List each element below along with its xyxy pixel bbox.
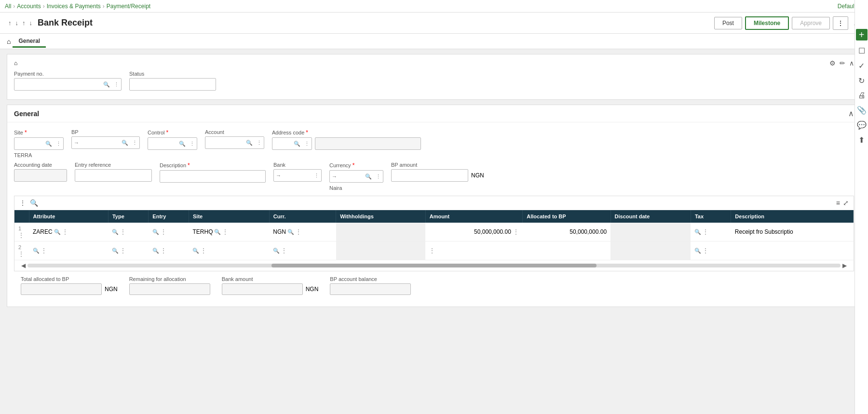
row-1-tax-dots[interactable]: ⋮ [703, 228, 708, 235]
control-label: Control * [148, 129, 197, 136]
sidebar-checkbox-icon[interactable]: ☐ [858, 46, 865, 55]
milestone-button[interactable]: Milestone [745, 16, 789, 30]
row-2-entry-dots[interactable]: ⋮ [161, 247, 166, 254]
bp-search-icon[interactable]: 🔍 [120, 139, 130, 147]
accounting-date-input[interactable]: 15/06/23 [14, 169, 67, 182]
description-input[interactable]: Receipt fro Subscription [160, 170, 266, 183]
table-stack-button[interactable]: ≡ [836, 199, 840, 207]
breadcrumb-accounts[interactable]: Accounts [17, 3, 41, 10]
bp-more-icon[interactable]: ⋮ [130, 139, 139, 147]
row-1-type-search[interactable]: 🔍 [112, 229, 119, 235]
sidebar-upload-icon[interactable]: ⬆ [858, 135, 865, 145]
description-group: Description * Receipt fro Subscription [160, 162, 266, 183]
row-1-attr-search[interactable]: 🔍 [54, 229, 61, 235]
row-2-curr-search[interactable]: 🔍 [273, 248, 280, 254]
address-code-input[interactable]: 1 [272, 139, 292, 148]
row-1-tax-search[interactable]: 🔍 [694, 229, 701, 235]
row-1-entry-search[interactable]: 🔍 [152, 229, 159, 235]
row-2-attr-dots[interactable]: ⋮ [41, 247, 47, 254]
payment-no-search-icon[interactable]: 🔍 [101, 80, 112, 89]
currency-search-icon[interactable]: 🔍 [363, 173, 374, 181]
row-2-dots[interactable]: ⋮ [18, 251, 24, 257]
bank-more-icon[interactable]: ⋮ [312, 172, 321, 180]
section-collapse-button[interactable]: ∧ [848, 109, 854, 118]
sidebar-print-icon[interactable]: 🖨 [858, 91, 866, 100]
scroll-bar-area: ◀ ▶ [14, 260, 854, 271]
scroll-right-button[interactable]: ▶ [841, 262, 849, 269]
row-2-attr-search[interactable]: 🔍 [33, 248, 40, 254]
row-2-curr: 🔍 ⋮ [269, 241, 336, 260]
control-more-icon[interactable]: ⋮ [188, 140, 197, 148]
row-2-type-search[interactable]: 🔍 [112, 248, 119, 254]
home-icon[interactable]: ⌂ [14, 60, 17, 67]
breadcrumb-invoices-payments[interactable]: Invoices & Payments [47, 3, 101, 10]
row-1-entry-dots[interactable]: ⋮ [161, 228, 166, 235]
sidebar-add-button[interactable]: + [856, 29, 868, 40]
account-search-icon[interactable]: 🔍 [244, 139, 255, 147]
row-1-site-dots[interactable]: ⋮ [222, 228, 228, 235]
row-2-curr-dots[interactable]: ⋮ [281, 247, 287, 254]
control-input[interactable]: DEF [148, 139, 177, 148]
scroll-track[interactable] [27, 264, 841, 267]
entry-ref-input[interactable] [75, 169, 152, 182]
nav-up-button[interactable]: ↑ [7, 18, 13, 27]
row-1-curr-search[interactable]: 🔍 [287, 229, 294, 235]
row-1-attr-dots[interactable]: ⋮ [62, 228, 68, 235]
payment-no-more-icon[interactable]: ⋮ [112, 80, 121, 89]
account-input[interactable]: 305000 [205, 138, 244, 147]
table-search-button[interactable]: 🔍 [30, 199, 38, 207]
bank-input[interactable]: 3030 [283, 171, 312, 180]
scroll-left-button[interactable]: ◀ [19, 262, 27, 269]
row-2-amount-dots[interactable]: ⋮ [429, 247, 435, 254]
approve-button[interactable]: Approve [792, 17, 830, 29]
address-code-more-icon[interactable]: ⋮ [302, 140, 312, 148]
post-button[interactable]: Post [714, 17, 742, 29]
row-1-site-search[interactable]: 🔍 [214, 229, 221, 235]
control-search-icon[interactable]: 🔍 [177, 140, 188, 148]
status-input[interactable]: In the bank [129, 78, 216, 91]
bp-input[interactable]: PS0006 [81, 138, 120, 147]
remaining-input [129, 283, 210, 295]
currency-input[interactable]: NGN [339, 172, 363, 181]
row-2-tax-search[interactable]: 🔍 [694, 248, 701, 254]
site-more-icon[interactable]: ⋮ [54, 140, 63, 148]
edit-tool-button[interactable]: ✏ [840, 59, 845, 67]
breadcrumb-all[interactable]: All [5, 3, 11, 10]
account-more-icon[interactable]: ⋮ [255, 139, 264, 147]
row-2-site-search[interactable]: 🔍 [192, 248, 199, 254]
table-expand-button[interactable]: ⤢ [843, 199, 849, 207]
nav-down-button[interactable]: ↓ [14, 18, 20, 27]
row-2-entry-search[interactable]: 🔍 [152, 248, 159, 254]
row-1-curr-dots[interactable]: ⋮ [296, 228, 301, 235]
home-tab-icon[interactable]: ⌂ [7, 38, 11, 45]
general-section: General ∧ Site * TERHQ 🔍 ⋮ TERRA BP [7, 105, 861, 307]
row-2-type-dots[interactable]: ⋮ [120, 247, 126, 254]
site-input[interactable]: TERHQ [14, 139, 43, 148]
scroll-thumb[interactable] [271, 264, 597, 267]
collapse-tool-button[interactable]: ∧ [849, 59, 854, 67]
tab-general[interactable]: General [13, 35, 46, 48]
currency-more-icon[interactable]: ⋮ [374, 173, 383, 181]
row-2-site-dots[interactable]: ⋮ [201, 247, 206, 254]
payment-no-group: Payment no. BKREC2306TERHQ000003 🔍 ⋮ [14, 71, 122, 91]
nav-sort-desc-button[interactable]: ↓ [28, 18, 34, 27]
payment-no-input[interactable]: BKREC2306TERHQ000003 [14, 80, 101, 89]
sidebar-refresh-icon[interactable]: ↻ [858, 76, 865, 85]
row-1-amount-dots[interactable]: ⋮ [513, 228, 519, 235]
row-1-dots[interactable]: ⋮ [18, 232, 24, 239]
row-1-type-dots[interactable]: ⋮ [120, 228, 126, 235]
site-search-icon[interactable]: 🔍 [43, 140, 54, 148]
table-dots-button[interactable]: ⋮ [19, 199, 26, 207]
sidebar-comment-icon[interactable]: 💬 [857, 120, 867, 130]
row-2-tax-dots[interactable]: ⋮ [703, 247, 708, 254]
address-code-search-icon[interactable]: 🔍 [292, 140, 302, 148]
settings-tool-button[interactable]: ⚙ [829, 59, 836, 67]
sidebar-check-icon[interactable]: ✓ [858, 61, 865, 70]
currency-label: Currency * [329, 162, 383, 169]
row-1-curr: NGN 🔍 ⋮ [269, 223, 336, 241]
bp-amount-input[interactable]: 50,000,000.00 [391, 169, 468, 182]
table-scroll-container[interactable]: Attribute Type Entry Site Curr. Withhold… [14, 210, 854, 260]
nav-sort-asc-button[interactable]: ↑ [21, 18, 27, 27]
more-options-button[interactable]: ⋮ [833, 16, 848, 30]
sidebar-paperclip-icon[interactable]: 📎 [857, 106, 867, 115]
